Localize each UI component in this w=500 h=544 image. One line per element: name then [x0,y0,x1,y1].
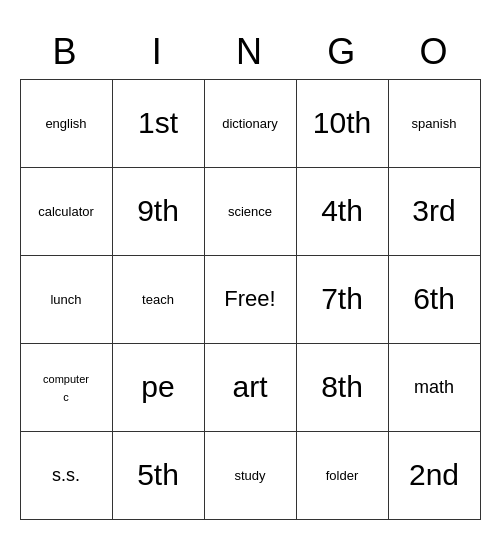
cell-r1-c3: 4th [296,167,388,255]
cell-r0-c3: 10th [296,79,388,167]
cell-r0-c2: dictionary [204,79,296,167]
cell-r4-c2: study [204,431,296,519]
cell-r2-c1: teach [112,255,204,343]
cell-r2-c4: 6th [388,255,480,343]
cell-r3-c4: math [388,343,480,431]
cell-r1-c4: 3rd [388,167,480,255]
header-i: I [112,25,204,79]
cell-r4-c4: 2nd [388,431,480,519]
cell-r4-c1: 5th [112,431,204,519]
cell-r0-c1: 1st [112,79,204,167]
cell-r0-c4: spanish [388,79,480,167]
cell-r3-c0: computerc [20,343,112,431]
header-b: B [20,25,112,79]
cell-r2-c0: lunch [20,255,112,343]
cell-r3-c3: 8th [296,343,388,431]
cell-r4-c0: s.s. [20,431,112,519]
header-n: N [204,25,296,79]
cell-r2-c3: 7th [296,255,388,343]
cell-r3-c2: art [204,343,296,431]
cell-r0-c0: english [20,79,112,167]
cell-r4-c3: folder [296,431,388,519]
cell-r2-c2: Free! [204,255,296,343]
cell-r1-c1: 9th [112,167,204,255]
header-g: G [296,25,388,79]
cell-r1-c2: science [204,167,296,255]
bingo-grid: english1stdictionary10thspanishcalculato… [20,79,481,520]
cell-r1-c0: calculator [20,167,112,255]
bingo-header: B I N G O [20,25,481,79]
header-o: O [388,25,480,79]
cell-r3-c1: pe [112,343,204,431]
